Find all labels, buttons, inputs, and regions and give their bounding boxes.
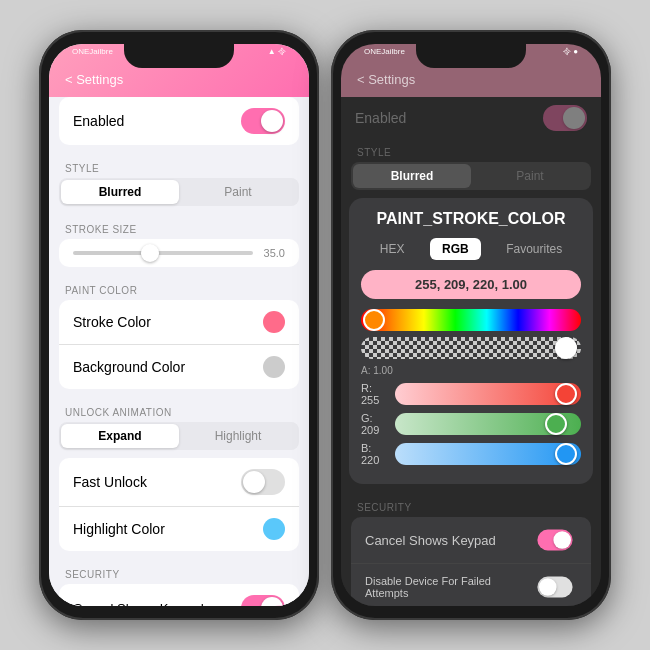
stroke-size-value: 35.0 [261,247,285,259]
color-picker-card: PAINT_STROKE_COLOR HEX RGB Favourites 25… [349,198,593,484]
unlock-anim-label: UNLOCK ANIMATION [49,397,309,422]
bg-color-label: Background Color [73,359,185,375]
cancel-keypad-toggle[interactable] [241,595,285,606]
style-blurred-right[interactable]: Blurred [353,164,471,188]
hue-indicator [363,309,385,331]
b-thumb [555,443,577,465]
style-blurred[interactable]: Blurred [61,180,179,204]
phone-left-screen: ONEJailbre ▲ 令 < Settings Enabled STYLE [49,44,309,606]
color-value-display: 255, 209, 220, 1.00 [361,270,581,299]
g-thumb [545,413,567,435]
g-bar[interactable] [395,413,581,435]
style-paint[interactable]: Paint [179,180,297,204]
stroke-color-label: Stroke Color [73,314,151,330]
disable-device-row-right: Disable Device For Failed Attempts [351,564,591,606]
enabled-toggle-right[interactable] [543,105,587,131]
b-bar-row: B: 220 [361,442,581,466]
picker-tabs: HEX RGB Favourites [361,238,581,260]
enabled-toggle[interactable] [241,108,285,134]
enabled-label-right: Enabled [355,110,406,126]
disable-device-toggle-right[interactable] [537,577,572,598]
alpha-thumb [555,337,577,359]
bg-color-row: Background Color [59,345,299,389]
b-bar[interactable] [395,443,581,465]
style-paint-right[interactable]: Paint [471,164,589,188]
wifi-left: ▲ 令 [268,46,286,57]
security-label: SECURITY [49,559,309,584]
enabled-row: Enabled [59,97,299,145]
disable-device-label-right: Disable Device For Failed Attempts [365,575,533,599]
highlight-color-row: Highlight Color [59,507,299,551]
fast-unlock-toggle[interactable] [241,469,285,495]
r-thumb [555,383,577,405]
alpha-label: A: 1.00 [361,365,581,376]
picker-tab-rgb[interactable]: RGB [430,238,481,260]
back-button-right[interactable]: < Settings [357,72,415,87]
back-button-left[interactable]: < Settings [65,72,123,87]
r-bar[interactable] [395,383,581,405]
style-section-label: STYLE [49,153,309,178]
cancel-keypad-label-right: Cancel Shows Keypad [365,533,496,548]
phone-right: ONEJailbre 令 ● < Settings Enabled STYLE … [331,30,611,620]
enabled-group: Enabled [59,97,299,145]
carrier-right: ONEJailbre [364,47,405,56]
status-bar-left: ONEJailbre ▲ 令 [64,46,294,57]
carrier-left: ONEJailbre [72,47,113,56]
stroke-size-group: 35.0 [59,239,299,267]
unlock-highlight[interactable]: Highlight [179,424,297,448]
g-label: G: 209 [361,412,389,436]
style-segmented-right[interactable]: Blurred Paint [351,162,591,190]
enabled-label: Enabled [73,113,124,129]
security-label-right: SECURITY [341,494,601,517]
stroke-color-dot[interactable] [263,311,285,333]
security-group: Cancel Shows Keypad Disable Device For F… [59,584,299,606]
phones-container: ONEJailbre ▲ 令 < Settings Enabled STYLE [29,20,621,630]
b-label: B: 220 [361,442,389,466]
style-label-right: STYLE [341,139,601,162]
status-bar-right: ONEJailbre 令 ● [356,46,586,57]
cancel-keypad-row: Cancel Shows Keypad [59,584,299,606]
wifi-right: 令 ● [563,46,578,57]
highlight-color-label: Highlight Color [73,521,165,537]
cancel-keypad-toggle-right[interactable] [537,530,572,551]
unlock-segmented[interactable]: Expand Highlight [59,422,299,450]
style-segmented[interactable]: Blurred Paint [59,178,299,206]
highlight-color-dot[interactable] [263,518,285,540]
cancel-keypad-row-right: Cancel Shows Keypad [351,517,591,564]
stroke-size-label: STROKE SIZE [49,214,309,239]
picker-title: PAINT_STROKE_COLOR [361,210,581,228]
phone-right-screen: ONEJailbre 令 ● < Settings Enabled STYLE … [341,44,601,606]
picker-tab-hex[interactable]: HEX [368,238,417,260]
bg-color-dot[interactable] [263,356,285,378]
stroke-slider-thumb[interactable] [141,244,159,262]
hue-bar[interactable] [361,309,581,331]
r-label: R: 255 [361,382,389,406]
picker-tab-fav[interactable]: Favourites [494,238,574,260]
alpha-bar[interactable] [361,337,581,359]
unlock-group: Fast Unlock Highlight Color [59,458,299,551]
unlock-expand[interactable]: Expand [61,424,179,448]
notch-left: ONEJailbre ▲ 令 [124,44,234,68]
stroke-slider-row: 35.0 [59,239,299,267]
paint-color-group: Stroke Color Background Color [59,300,299,389]
r-bar-row: R: 255 [361,382,581,406]
notch-right: ONEJailbre 令 ● [416,44,526,68]
g-bar-row: G: 209 [361,412,581,436]
phone-left: ONEJailbre ▲ 令 < Settings Enabled STYLE [39,30,319,620]
stroke-color-row: Stroke Color [59,300,299,345]
stroke-slider-track[interactable] [73,251,253,255]
fast-unlock-row: Fast Unlock [59,458,299,507]
paint-color-label: PAINT COLOR [49,275,309,300]
cancel-keypad-label: Cancel Shows Keypad [73,601,204,607]
fast-unlock-label: Fast Unlock [73,474,147,490]
